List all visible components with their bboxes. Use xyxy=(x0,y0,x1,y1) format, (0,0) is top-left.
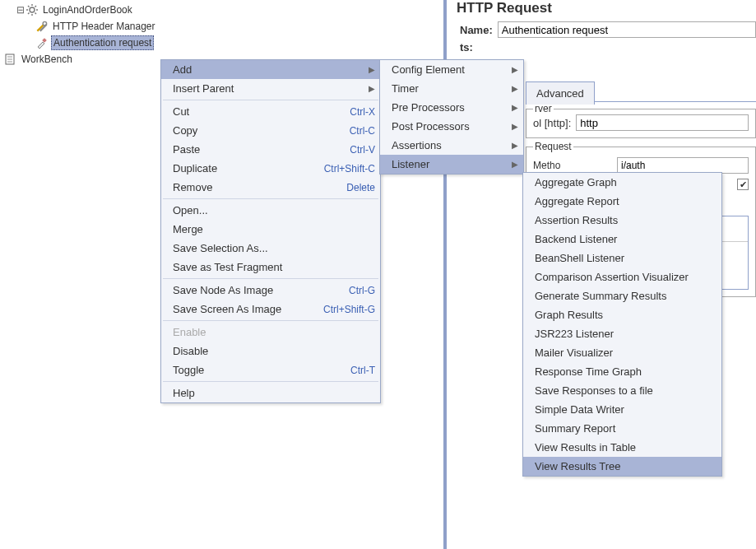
menu-assertion-results[interactable]: Assertion Results xyxy=(523,211,721,230)
submenu-arrow-icon: ▶ xyxy=(512,141,518,150)
svg-line-6 xyxy=(35,13,37,15)
tree-item-header-manager[interactable]: HTTP Header Manager xyxy=(2,18,442,35)
pipette-icon xyxy=(35,36,49,49)
menu-remove[interactable]: Remove Delete xyxy=(161,178,380,197)
tree-item-label: Authentication request xyxy=(51,35,154,50)
submenu-arrow-icon: ▶ xyxy=(512,160,518,169)
svg-line-8 xyxy=(35,6,37,7)
menu-label: Save Responses to a file xyxy=(535,384,653,397)
method-label: Metho xyxy=(533,160,560,171)
menu-aggregate-graph[interactable]: Aggregate Graph xyxy=(523,173,721,192)
menu-label: Help xyxy=(173,387,195,399)
menu-shortcut: Ctrl+Shift-C xyxy=(324,163,375,174)
listener-submenu: Aggregate Graph Aggregate Report Asserti… xyxy=(522,172,722,477)
menu-assertions[interactable]: Assertions▶ xyxy=(380,136,523,155)
menu-save-node-image[interactable]: Save Node As Image Ctrl-G xyxy=(161,281,380,300)
name-label: Name: xyxy=(460,24,493,36)
menu-copy[interactable]: Copy Ctrl-C xyxy=(161,121,380,140)
menu-simple-data-writer[interactable]: Simple Data Writer xyxy=(523,400,721,419)
menu-separator xyxy=(163,320,378,321)
menu-view-results-table[interactable]: View Results in Table xyxy=(523,438,721,457)
menu-label: View Results in Table xyxy=(535,441,636,454)
menu-label: Save Selection As... xyxy=(173,242,268,254)
menu-label: Save Screen As Image xyxy=(173,303,281,315)
menu-label: Assertion Results xyxy=(535,214,618,226)
menu-merge[interactable]: Merge xyxy=(161,220,380,239)
menu-beanshell-listener[interactable]: BeanShell Listener xyxy=(523,249,721,268)
svg-line-5 xyxy=(28,6,30,7)
menu-summary-report[interactable]: Summary Report xyxy=(523,419,721,438)
second-checkbox[interactable]: ✔ xyxy=(737,179,749,190)
menu-label: Mailer Visualizer xyxy=(535,347,613,359)
request-legend: Request xyxy=(533,141,573,152)
menu-label: Graph Results xyxy=(535,309,603,321)
menu-separator xyxy=(163,278,378,279)
menu-label: Listener xyxy=(392,158,429,170)
path-input[interactable] xyxy=(617,157,749,174)
tree-item-thread-group[interactable]: ⊟ LoginAndOrderBook xyxy=(2,2,442,18)
menu-label: Aggregate Report xyxy=(535,195,619,207)
menu-view-results-tree[interactable]: View Results Tree xyxy=(523,457,721,476)
menu-shortcut: Delete xyxy=(346,182,375,193)
menu-label: Config Element xyxy=(392,63,465,76)
menu-post-processors[interactable]: Post Processors▶ xyxy=(380,117,523,136)
menu-graph-results[interactable]: Graph Results xyxy=(523,305,721,324)
menu-disable[interactable]: Disable xyxy=(161,342,380,361)
protocol-label: ol [http]: xyxy=(533,117,571,129)
menu-listener[interactable]: Listener▶ xyxy=(380,155,523,174)
menu-timer[interactable]: Timer▶ xyxy=(380,79,523,98)
menu-backend-listener[interactable]: Backend Listener xyxy=(523,230,721,249)
menu-label: Pre Processors xyxy=(392,101,465,114)
protocol-input[interactable] xyxy=(576,114,749,131)
submenu-arrow-icon: ▶ xyxy=(512,65,518,74)
menu-save-fragment[interactable]: Save as Test Fragment xyxy=(161,258,380,277)
submenu-arrow-icon: ▶ xyxy=(369,65,375,74)
menu-jsr223-listener[interactable]: JSR223 Listener xyxy=(523,324,721,343)
menu-save-screen-image[interactable]: Save Screen As Image Ctrl+Shift-G xyxy=(161,300,380,319)
tree-item-auth-request[interactable]: Authentication request xyxy=(2,35,442,51)
menu-label: Save as Test Fragment xyxy=(173,261,282,273)
menu-aggregate-report[interactable]: Aggregate Report xyxy=(523,192,721,211)
menu-label: Save Node As Image xyxy=(173,284,273,296)
menu-separator xyxy=(163,198,378,199)
menu-open[interactable]: Open... xyxy=(161,201,380,220)
menu-paste[interactable]: Paste Ctrl-V xyxy=(161,140,380,159)
menu-save-responses[interactable]: Save Responses to a file xyxy=(523,381,721,400)
menu-label: View Results Tree xyxy=(535,460,621,472)
menu-mailer-visualizer[interactable]: Mailer Visualizer xyxy=(523,343,721,362)
menu-save-selection[interactable]: Save Selection As... xyxy=(161,239,380,258)
menu-pre-processors[interactable]: Pre Processors▶ xyxy=(380,98,523,117)
svg-point-0 xyxy=(30,7,35,12)
gear-icon xyxy=(25,3,39,16)
tools-icon xyxy=(35,20,49,33)
menu-shortcut: Ctrl+Shift-G xyxy=(323,304,375,315)
comments-label-cut: ts: xyxy=(450,41,756,54)
name-input[interactable] xyxy=(498,21,756,38)
menu-comparison-visualizer[interactable]: Comparison Assertion Visualizer xyxy=(523,268,721,286)
menu-insert-parent[interactable]: Insert Parent ▶ xyxy=(161,79,380,98)
menu-label: Comparison Assertion Visualizer xyxy=(535,271,689,283)
menu-label: BeanShell Listener xyxy=(535,252,624,264)
menu-help[interactable]: Help xyxy=(161,384,380,402)
tab-advanced[interactable]: Advanced xyxy=(526,81,595,105)
menu-add[interactable]: Add ▶ xyxy=(161,60,380,79)
menu-label: Merge xyxy=(173,223,203,235)
submenu-arrow-icon: ▶ xyxy=(369,84,375,93)
menu-generate-summary[interactable]: Generate Summary Results xyxy=(523,286,721,305)
menu-label: Enable xyxy=(173,326,206,338)
menu-label: Duplicate xyxy=(173,162,217,174)
svg-point-11 xyxy=(43,21,47,26)
web-server-fieldset: rver ol [http]: xyxy=(526,109,756,138)
tree-collapse-icon[interactable]: ⊟ xyxy=(16,4,25,16)
menu-label: Response Time Graph xyxy=(535,365,642,378)
menu-toggle[interactable]: Toggle Ctrl-T xyxy=(161,361,380,379)
menu-response-time-graph[interactable]: Response Time Graph xyxy=(523,362,721,381)
menu-duplicate[interactable]: Duplicate Ctrl+Shift-C xyxy=(161,159,380,178)
menu-separator xyxy=(163,381,378,382)
menu-shortcut: Ctrl-C xyxy=(350,125,375,137)
submenu-arrow-icon: ▶ xyxy=(512,84,518,93)
menu-cut[interactable]: Cut Ctrl-X xyxy=(161,102,380,121)
tree-item-label: WorkBench xyxy=(20,53,74,66)
menu-label: Remove xyxy=(173,181,212,193)
menu-config-element[interactable]: Config Element▶ xyxy=(380,60,523,79)
